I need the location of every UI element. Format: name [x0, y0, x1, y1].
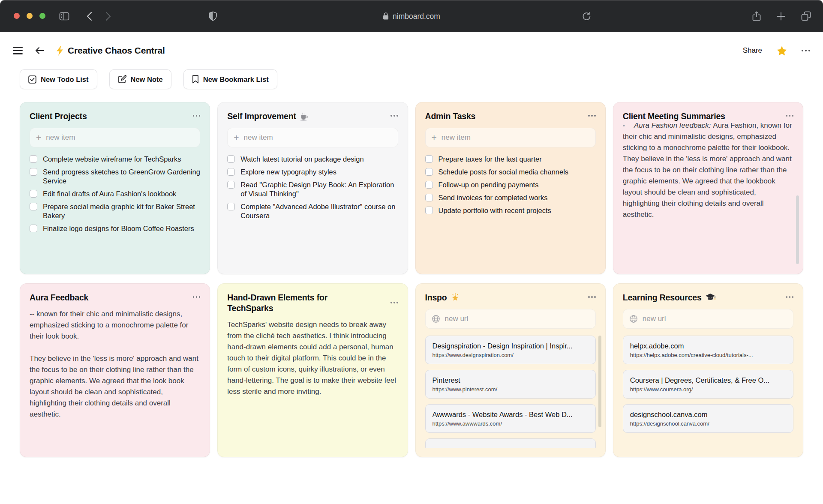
card-title: Inspo — [425, 292, 460, 303]
bookmark-item[interactable]: designschool.canva.com https://designsch… — [623, 404, 793, 433]
card-title: Learning Resources — [623, 292, 715, 303]
todo-item[interactable]: Finalize logo designs for Bloom Coffee R… — [30, 224, 200, 233]
todo-item[interactable]: Edit final drafts of Aura Fashion's look… — [30, 189, 200, 198]
globe-icon — [432, 315, 440, 323]
todo-checkbox[interactable] — [30, 203, 37, 210]
card-title: Hand-Drawn Elements for TechSparks — [227, 292, 336, 314]
more-options-button[interactable] — [802, 50, 810, 51]
card-inspo: Inspo Designspiration - De — [415, 283, 606, 457]
card-menu-button[interactable] — [193, 115, 201, 117]
new-url-input[interactable] — [445, 315, 589, 323]
new-item-field[interactable]: + — [30, 128, 200, 147]
bookmark-item[interactable]: Pinterest https://www.pinterest.com/ — [425, 370, 596, 399]
todo-checkbox[interactable] — [30, 168, 37, 176]
card-menu-button[interactable] — [786, 296, 794, 298]
scrollbar-thumb[interactable] — [796, 195, 799, 264]
todo-item[interactable]: Explore new typography styles — [227, 168, 398, 177]
todo-checkbox[interactable] — [227, 168, 235, 176]
card-title: Self Improvement — [227, 111, 308, 122]
new-item-input[interactable] — [244, 133, 392, 142]
bookmark-icon — [192, 75, 199, 84]
bookmark-item[interactable] — [425, 438, 596, 448]
todo-item[interactable]: Schedule posts for social media channels — [425, 168, 596, 177]
window-controls — [14, 13, 45, 19]
card-aura-feedback: Aura Feedback -- known for their chic an… — [20, 283, 210, 457]
todo-checkbox[interactable] — [425, 155, 433, 163]
close-window-button[interactable] — [14, 13, 20, 19]
share-button[interactable]: Share — [743, 46, 762, 55]
todo-checkbox[interactable] — [227, 181, 235, 189]
browser-back-button[interactable] — [87, 12, 92, 21]
bookmark-item[interactable]: Awwwards - Website Awards - Best Web D..… — [425, 404, 596, 433]
todo-item[interactable]: Complete website wireframe for TechSpark… — [30, 155, 200, 164]
new-item-field[interactable]: + — [227, 128, 398, 147]
bullet-marker: • — [623, 123, 625, 129]
scrollbar-thumb[interactable] — [598, 336, 601, 427]
card-title: Admin Tasks — [425, 111, 476, 122]
board-grid: Client Projects + Complete website wiref… — [0, 89, 823, 457]
card-menu-button[interactable] — [193, 296, 201, 298]
todo-checkbox[interactable] — [30, 190, 37, 198]
new-url-field[interactable] — [623, 309, 793, 329]
bookmark-list: Designspiration - Design Inspiration | I… — [425, 336, 596, 448]
new-item-input[interactable] — [46, 133, 194, 142]
card-menu-button[interactable] — [588, 115, 596, 117]
todo-item[interactable]: Complete "Advanced Adobe Illustrator" co… — [227, 202, 398, 220]
globe-icon — [629, 315, 638, 323]
card-title: Client Meeting Summaries — [623, 111, 725, 122]
todo-item[interactable]: Send progress sketches to GreenGrow Gard… — [30, 168, 200, 186]
card-menu-button[interactable] — [786, 115, 794, 117]
todo-item[interactable]: Send invoices for completed works — [425, 193, 596, 202]
zoom-window-button[interactable] — [39, 13, 45, 19]
back-arrow-icon[interactable] — [35, 46, 45, 55]
todo-item[interactable]: Prepare social media graphic kit for Bak… — [30, 202, 200, 220]
card-title: Aura Feedback — [30, 292, 88, 303]
note-edit-icon — [118, 75, 126, 84]
todo-checkbox[interactable] — [30, 155, 37, 163]
todo-checkbox[interactable] — [227, 203, 235, 210]
address-bar[interactable]: nimboard.com — [383, 12, 440, 21]
bookmark-item[interactable]: Designspiration - Design Inspiration | I… — [425, 336, 596, 364]
new-tab-icon[interactable] — [777, 12, 785, 21]
note-paragraph: TechSparks' website design needs to brea… — [227, 319, 398, 397]
new-note-button[interactable]: New Note — [109, 69, 171, 89]
sidebar-toggle-icon[interactable] — [59, 12, 69, 21]
note-body: •Aura Fashion feedback:Aura Fashion, kno… — [623, 123, 793, 266]
todo-item[interactable]: Follow-up on pending payments — [425, 180, 596, 189]
note-paragraph: They believe in the 'less is more' appro… — [30, 353, 200, 420]
menu-icon[interactable] — [13, 47, 23, 54]
bookmark-item[interactable]: Coursera | Degrees, Certificates, & Free… — [623, 370, 793, 399]
new-todo-list-button[interactable]: New Todo List — [20, 69, 97, 89]
tab-overview-icon[interactable] — [801, 11, 811, 21]
todo-item[interactable]: Update portfolio with recent projects — [425, 206, 596, 215]
new-url-input[interactable] — [643, 315, 787, 323]
refresh-icon[interactable] — [582, 12, 591, 21]
privacy-shield-icon[interactable] — [208, 11, 217, 21]
graduation-cap-icon — [705, 293, 715, 302]
lock-icon — [383, 12, 389, 20]
bookmark-item[interactable]: helpx.adobe.com https://helpx.adobe.com/… — [623, 336, 793, 364]
new-url-field[interactable] — [425, 309, 596, 329]
todo-item[interactable]: Prepare taxes for the last quarter — [425, 155, 596, 164]
new-item-field[interactable]: + — [425, 128, 596, 147]
minimize-window-button[interactable] — [27, 13, 33, 19]
todo-checkbox[interactable] — [425, 207, 433, 214]
todo-checkbox[interactable] — [425, 194, 433, 201]
card-menu-button[interactable] — [390, 115, 398, 117]
todo-checkbox[interactable] — [425, 168, 433, 176]
browser-forward-button[interactable] — [105, 12, 111, 21]
todo-checkbox[interactable] — [30, 225, 37, 232]
todo-checkbox[interactable] — [227, 155, 235, 163]
card-learning-resources: Learning Resources — [613, 283, 803, 457]
new-item-input[interactable] — [442, 133, 589, 142]
favorite-star-icon[interactable] — [776, 45, 787, 56]
share-page-icon[interactable] — [752, 11, 761, 21]
lightning-bolt-icon — [56, 45, 64, 56]
card-menu-button[interactable] — [390, 302, 398, 303]
card-menu-button[interactable] — [588, 296, 596, 298]
app-header: Creative Chaos Central Share — [0, 32, 823, 56]
todo-checkbox[interactable] — [425, 181, 433, 189]
todo-item[interactable]: Watch latest tutorial on package design — [227, 155, 398, 164]
new-bookmark-list-button[interactable]: New Bookmark List — [183, 69, 277, 89]
todo-item[interactable]: Read "Graphic Design Play Book: An Explo… — [227, 180, 398, 198]
